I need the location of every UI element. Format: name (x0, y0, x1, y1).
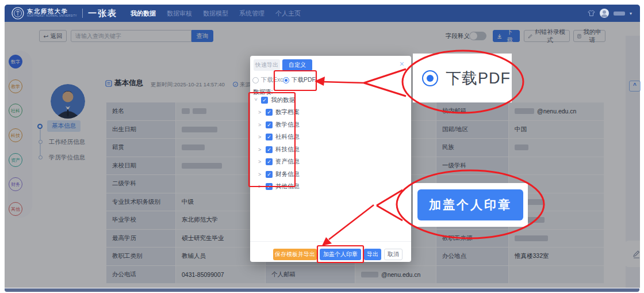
university-name-block: 东北师范大学 NORTHEAST NORMAL UNIVERSITY (27, 9, 77, 17)
tab-custom[interactable]: 自定义 (282, 59, 312, 71)
nav-item-data-model[interactable]: 数据模型 (203, 9, 228, 18)
tree-checkbox-checked[interactable]: ✓ (266, 121, 273, 128)
callout-download-pdf-label: 下载PDF (446, 68, 511, 89)
tree-item-label[interactable]: 资产信息 (275, 158, 300, 166)
app-title: 一张表 (88, 8, 117, 19)
callout-personal-seal: 加盖个人印章 (413, 183, 528, 227)
tree-checkbox-checked[interactable]: ✓ (266, 109, 273, 116)
tree-item: >✓教学信息 (252, 119, 300, 131)
export-dialog: 快速导出 自定义 × 下载Excel 下载PDF 数据项: >✓我的数据>✓数字… (250, 56, 411, 262)
tree-item-label[interactable]: 其他信息 (275, 182, 300, 191)
radio-circle (252, 77, 259, 83)
tree-item-my-data: >✓我的数据 (252, 94, 300, 106)
tree-caret-icon[interactable]: > (258, 109, 263, 115)
tree-item: >✓其他信息 (252, 181, 300, 193)
callout-radio-selected-icon (422, 70, 438, 86)
tree-item-label[interactable]: 科技信息 (275, 146, 300, 154)
tree-caret-icon[interactable]: > (258, 159, 263, 165)
tree-item: >✓资产信息 (252, 156, 300, 169)
nav-item-data-review[interactable]: 数据审核 (167, 9, 192, 18)
tab-quick-export[interactable]: 快速导出 (254, 59, 280, 71)
tree-caret-icon[interactable]: > (258, 147, 263, 153)
callout-personal-seal-button: 加盖个人印章 (417, 189, 523, 220)
bottom-strip (5, 288, 639, 292)
user-avatar[interactable] (600, 9, 609, 18)
download-pdf-radio[interactable]: 下载PDF (283, 76, 316, 84)
footer-divider (250, 241, 411, 242)
tree-item: >✓财务信息 (252, 168, 300, 181)
tree-checkbox-checked[interactable]: ✓ (266, 158, 273, 165)
close-icon[interactable]: × (400, 59, 404, 69)
nav-menu: 我的数据数据审核数据模型系统管理个人主页 (131, 9, 301, 18)
university-name-en: NORTHEAST NORMAL UNIVERSITY (27, 15, 77, 18)
nav-item-system-management[interactable]: 系统管理 (239, 9, 264, 18)
page: 东北师范大学 NORTHEAST NORMAL UNIVERSITY 一张表 我… (0, 0, 644, 293)
download-pdf-label: 下载PDF (292, 76, 316, 84)
export-button[interactable]: 导出 (364, 249, 381, 260)
tree-caret-icon[interactable]: > (258, 184, 263, 189)
theme-icon[interactable] (588, 10, 595, 17)
nav-divider (82, 9, 83, 18)
tree-checkbox-checked[interactable]: ✓ (261, 97, 268, 104)
nav-item-personal-home[interactable]: 个人主页 (275, 9, 301, 18)
user-name-redacted (614, 12, 625, 16)
tree-caret-icon[interactable]: > (258, 134, 263, 140)
radio-circle-selected (283, 77, 289, 83)
save-template-export-button[interactable]: 保存模板并导出 (273, 249, 317, 260)
tree-checkbox-checked[interactable]: ✓ (266, 171, 273, 178)
tree-item-label[interactable]: 社科信息 (275, 133, 300, 141)
chevron-down-icon[interactable]: ▾ (630, 11, 632, 16)
tree-item: >✓社科信息 (252, 131, 300, 144)
callout-download-pdf: 下载PDF (413, 54, 512, 102)
tree-item: >✓科技信息 (252, 143, 300, 156)
top-nav: 东北师范大学 NORTHEAST NORMAL UNIVERSITY 一张表 我… (5, 5, 640, 22)
tree-checkbox-checked[interactable]: ✓ (266, 134, 273, 140)
tree-item: >✓数字档案 (252, 106, 300, 119)
tree-item-label[interactable]: 数字档案 (275, 108, 300, 116)
tree-checkbox-checked[interactable]: ✓ (266, 183, 273, 190)
personal-seal-button[interactable]: 加盖个人印章 (320, 249, 361, 260)
tree-item-label[interactable]: 教学信息 (275, 121, 300, 129)
tree-caret-icon[interactable]: > (258, 122, 263, 128)
university-logo-icon (12, 7, 24, 20)
tree-checkbox-checked[interactable]: ✓ (266, 146, 273, 153)
tree-item-label[interactable]: 财务信息 (275, 170, 300, 178)
cancel-button[interactable]: 取消 (384, 249, 402, 260)
nav-item-my-data[interactable]: 我的数据 (131, 9, 156, 18)
tree-caret-icon[interactable]: > (258, 172, 263, 177)
tree-item-label[interactable]: 我的数据 (271, 96, 295, 104)
nav-right: ▾ (588, 9, 632, 18)
tree-caret-icon[interactable]: > (253, 98, 259, 102)
data-tree: >✓我的数据>✓数字档案>✓教学信息>✓社科信息>✓科技信息>✓资产信息>✓财务… (252, 94, 300, 193)
